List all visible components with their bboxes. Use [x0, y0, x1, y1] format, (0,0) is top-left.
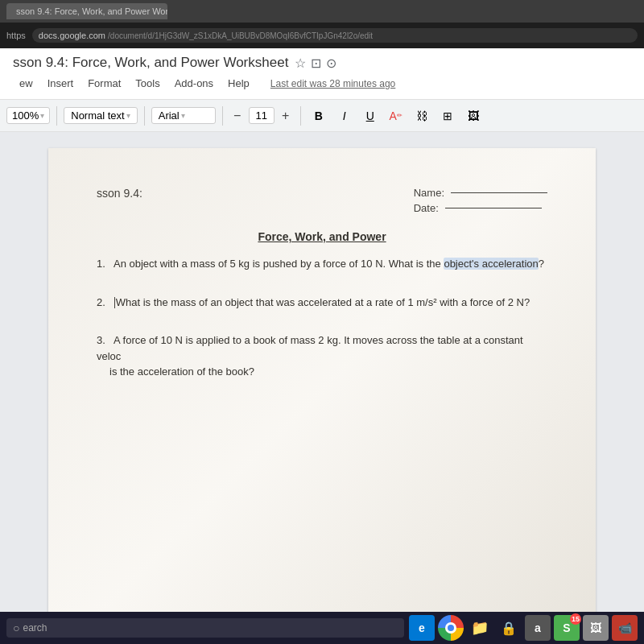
app-a-icon[interactable]: a	[525, 615, 551, 641]
address-bar[interactable]: https docs.google.com /document/d/1HjG3d…	[0, 23, 644, 48]
docs-header: sson 9.4: Force, Work, and Power Workshe…	[0, 48, 644, 100]
menu-item-insert[interactable]: Insert	[41, 74, 80, 93]
toolbar: 100% ▾ Normal text ▾ Arial ▾ − + B I U A	[0, 100, 644, 132]
question-3: 3. A force of 10 N is applied to a book …	[97, 332, 547, 380]
name-date-section: Name: Date:	[414, 187, 547, 217]
style-dropdown[interactable]: Normal text ▾	[64, 107, 137, 124]
separator-2	[144, 106, 145, 126]
files-icon[interactable]: 📁	[467, 615, 493, 641]
name-label: Name:	[414, 187, 444, 199]
folder-icon[interactable]: ⊡	[311, 56, 321, 71]
doc-title: sson 9.4: Force, Work, and Power Workshe…	[13, 55, 288, 71]
taskbar-search-text: earch	[23, 622, 47, 634]
text-cursor	[114, 297, 115, 308]
tab-label: sson 9.4: Force, Work, and Power Workshe…	[16, 6, 167, 16]
menu-item-help[interactable]: Help	[221, 74, 256, 93]
docs-app: sson 9.4: Force, Work, and Power Workshe…	[0, 48, 644, 644]
link-button[interactable]: ⛓	[411, 105, 433, 127]
camera-icon[interactable]: 📹	[612, 615, 638, 641]
question-1: 1. An object with a mass of 5 kg is push…	[97, 256, 547, 272]
question-2-text: What is the mass of an object that was a…	[116, 296, 530, 308]
question-1-number: 1.	[97, 258, 105, 270]
last-edit-label[interactable]: Last edit was 28 minutes ago	[270, 78, 395, 89]
lock-icon[interactable]: 🔒	[496, 615, 522, 641]
title-row: sson 9.4: Force, Work, and Power Workshe…	[13, 55, 631, 71]
url-field[interactable]: docs.google.com /document/d/1HjG3dW_zS1x…	[32, 28, 638, 43]
font-value: Arial	[159, 109, 180, 122]
browser-tab[interactable]: sson 9.4: Force, Work, and Power Workshe…	[6, 3, 167, 19]
taskbar-search-bar[interactable]: ○ earch	[6, 618, 404, 638]
font-dropdown[interactable]: Arial ▾	[151, 107, 216, 124]
taskbar: ○ earch e 📁 🔒 a S 15 🖼 📹	[0, 612, 644, 644]
question-2: 2. What is the mass of an object that wa…	[97, 295, 547, 311]
taskbar-icon-group: e 📁 🔒 a S 15 🖼 📹	[409, 615, 638, 641]
taskbar-search-icon: ○	[13, 621, 19, 634]
menu-item-addons[interactable]: Add-ons	[168, 74, 220, 93]
chrome-icon[interactable]	[438, 615, 464, 641]
notification-badge: 15	[570, 613, 581, 625]
tab-bar: sson 9.4: Force, Work, and Power Workshe…	[0, 0, 644, 23]
font-chevron: ▾	[181, 111, 185, 120]
document-page[interactable]: sson 9.4: Name: Date: Force, Work, and P…	[48, 148, 596, 631]
zoom-selector[interactable]: 100% ▾	[6, 107, 50, 124]
menu-item-tools[interactable]: Tools	[129, 74, 166, 93]
date-label: Date:	[414, 202, 439, 214]
font-size-minus[interactable]: −	[229, 108, 246, 124]
browser-chrome: sson 9.4: Force, Work, and Power Workshe…	[0, 0, 644, 48]
doc-background-overlay	[48, 148, 596, 631]
question-3-cont: is the acceleration of the book?	[97, 365, 254, 378]
cloud-icon[interactable]: ⊙	[326, 56, 336, 71]
question-2-number: 2.	[97, 296, 105, 308]
font-size-plus[interactable]: +	[278, 108, 294, 124]
question-1-text: An object with a mass of 5 kg is pushed …	[114, 258, 544, 270]
name-underline	[451, 192, 547, 193]
name-row: Name:	[414, 187, 547, 199]
lesson-label: sson 9.4:	[97, 187, 142, 200]
zoom-chevron: ▾	[40, 111, 44, 120]
image-button[interactable]: 🖼	[462, 105, 485, 127]
underline-button[interactable]: U	[359, 105, 382, 127]
separator-1	[56, 106, 57, 126]
question-3-number: 3.	[97, 334, 105, 346]
font-color-button[interactable]: A ✏	[385, 105, 407, 127]
menu-item-format[interactable]: Format	[81, 74, 127, 93]
star-icon[interactable]: ☆	[295, 56, 306, 71]
photo-icon[interactable]: 🖼	[583, 615, 609, 641]
zoom-value: 100%	[12, 109, 39, 122]
comment-button[interactable]: ⊞	[436, 105, 459, 127]
date-underline	[445, 208, 542, 208]
question-3-text: A force of 10 N is applied to a book of …	[97, 334, 523, 362]
italic-button[interactable]: I	[333, 105, 356, 127]
doc-header-section: sson 9.4: Name: Date:	[97, 187, 547, 217]
document-area: sson 9.4: Name: Date: Force, Work, and P…	[0, 132, 644, 631]
edge-icon[interactable]: e	[409, 615, 435, 641]
menu-item-ew[interactable]: ew	[13, 74, 39, 93]
url-protocol: https	[6, 31, 26, 40]
color-picker-icon: ✏	[397, 112, 402, 119]
menu-bar: ew Insert Format Tools Add-ons Help Last…	[13, 74, 631, 93]
style-value: Normal text	[71, 109, 124, 122]
document-title: Force, Work, and Power	[97, 230, 547, 243]
font-size-input[interactable]	[249, 107, 275, 124]
date-row: Date:	[414, 202, 547, 214]
separator-3	[222, 106, 223, 126]
bold-button[interactable]: B	[308, 105, 330, 127]
title-icons: ☆ ⊡ ⊙	[295, 56, 336, 71]
style-chevron: ▾	[126, 111, 130, 120]
dollar-s-icon[interactable]: S 15	[554, 615, 580, 641]
separator-4	[300, 106, 301, 126]
highlighted-text: object's acceleration	[444, 258, 538, 270]
